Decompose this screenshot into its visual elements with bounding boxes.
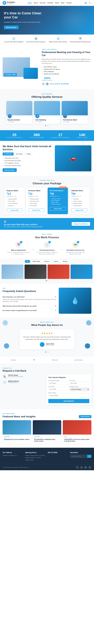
testimonial-dot-3[interactable] (48, 352, 49, 352)
dot-2[interactable] (47, 126, 48, 126)
service-card-3[interactable]: 🚘 Full Services Wash 8+ available (62, 101, 88, 124)
stat-awards-num: 17 (51, 133, 69, 137)
testimonials-headline: What People Say About Us (3, 324, 91, 326)
newsletter-submit[interactable]: Go (87, 455, 91, 458)
pkg-btn-2[interactable]: Choose Plan (28, 208, 44, 212)
nav-about[interactable]: About (34, 2, 38, 4)
nav-services[interactable]: Services (40, 2, 46, 4)
search-icon[interactable]: 🔍 (88, 2, 91, 4)
pkg-btn-4[interactable]: Choose Plan (71, 208, 87, 212)
packages-section-label: CHOOSE YOUR PLAN (3, 180, 91, 181)
nav-shop[interactable]: Shop (61, 2, 64, 4)
why-feature-1: ✓Dedicated to Extra Care (3, 157, 52, 159)
phone-input[interactable] (48, 388, 68, 391)
nav-contact[interactable]: Contact (66, 2, 71, 4)
package-field: Package Service Choose Package Express W… (69, 386, 89, 391)
pkg-btn-1[interactable]: Choose Plan (7, 208, 23, 212)
gallery-dot-1[interactable] (46, 280, 47, 281)
callback-call: 📞 Call For Quote 456-809-8456 456-809-84… (3, 374, 44, 378)
social-pinterest[interactable]: p (88, 466, 91, 469)
service-card-2[interactable]: ✨ Auto Detailing 12+ available (34, 101, 60, 124)
news-card-1[interactable]: CAR CARE October 28, 2019 Preparing your… (3, 420, 31, 444)
why-tab-mission[interactable]: Our Mission (3, 152, 14, 156)
name-label: Your Name Required (48, 380, 68, 381)
nav-home[interactable]: Home (28, 2, 32, 4)
hero-image (57, 7, 91, 33)
service-card-1[interactable]: 🚗 Express Exterior 15+ available (6, 101, 32, 124)
feature-booking: 📅 Vehicle Appointment Booking system (69, 36, 91, 42)
callback-section-label: CONTACT US (3, 368, 91, 369)
partner-1: Aliax (11, 359, 16, 361)
gallery-tab-all[interactable]: All (25, 260, 30, 263)
faq-question-3[interactable]: Do I need to make an appointment for a c… (3, 310, 56, 311)
news-title-2: The Importance of Washing Under vehicle … (34, 438, 60, 442)
testimonial-dot-1[interactable] (45, 352, 46, 352)
about-headline: Professional Washing and Cleaning of You… (42, 51, 91, 57)
gallery-tab-waxing[interactable]: Waxing (61, 260, 69, 263)
faq-question-1[interactable]: How long does a car wash take? ▾ (3, 296, 56, 298)
testimonial-dot-2[interactable] (47, 352, 48, 352)
gallery-tab-exterior[interactable]: Exterior (43, 260, 51, 263)
news-grid: CAR CARE October 28, 2019 Preparing your… (3, 420, 91, 444)
faq-image: 💧 (59, 288, 91, 314)
faq-question-2[interactable]: What services will we offer through the … (3, 305, 56, 307)
step-connector-2: → (60, 242, 62, 255)
callback-headline: Request a Call Back (3, 370, 91, 372)
number-input[interactable] (48, 394, 89, 397)
user-icon[interactable]: 👤 (84, 2, 87, 4)
service-icon-1: 🚗 (8, 114, 12, 118)
testimonial-dots (3, 352, 91, 352)
service-body-2: ✨ Auto Detailing 12+ available (34, 115, 60, 124)
dot-3[interactable] (48, 126, 49, 126)
process-section: HOW IT WORKS Our Work Process 📅 1 Make a… (0, 230, 94, 259)
pkg-f4-1: ✓Full Detail+ (71, 198, 87, 200)
feature-protection-label: Nano Protect Protection programs (26, 41, 45, 42)
news-card-2[interactable]: CAR CARE October 28, 2019 The Importance… (33, 420, 61, 444)
why-cta-button[interactable]: Discover More (3, 168, 17, 172)
services-headline: Offering Quality Services (3, 96, 91, 98)
package-select[interactable]: Choose Package Express Wash Premium Wash… (69, 388, 89, 391)
view-all-button[interactable]: View All Posts (79, 415, 91, 418)
gallery-section: All Wash Detail Exterior Interior Waxing (0, 259, 94, 284)
footer-address-col: Our Address Temecula, CA 93568 U.S.A. (3, 452, 23, 462)
gallery-tab-wash[interactable]: Wash Detail (31, 260, 42, 263)
step-title-2: Get Amazing Services (35, 249, 59, 251)
why-feature-3: ✓24/7 Available to Service (3, 162, 52, 164)
about-satisfaction: 100% Satisfaction Guarantee (42, 77, 91, 81)
gallery-tab-interior[interactable]: Interior (52, 260, 60, 263)
gallery-item-2[interactable] (25, 264, 46, 279)
nav-portfolio[interactable]: Portfolio (47, 2, 53, 4)
gallery-item-3[interactable] (48, 264, 69, 279)
header-icons: 👤 🔍 (84, 2, 91, 4)
feature-protection: ♻️ Nano Protect Protection programs (25, 36, 47, 42)
gallery-item-4[interactable] (70, 264, 92, 279)
social-facebook[interactable]: f (76, 466, 79, 469)
gallery-item-1[interactable] (2, 264, 24, 279)
news-body-1: CAR CARE October 28, 2019 Preparing your… (3, 434, 31, 442)
service-desc-2: 12+ available (35, 121, 59, 122)
newsletter-input[interactable] (70, 455, 87, 458)
form-submit-button[interactable]: Send Request (48, 399, 89, 403)
email-input[interactable] (69, 382, 89, 385)
number-field: Phone Number (48, 392, 89, 397)
social-twitter[interactable]: t (80, 466, 83, 469)
stars-icon: ★★★★★ (22, 332, 72, 335)
machines-icon: 💧 (56, 36, 60, 40)
name-input[interactable] (48, 382, 68, 385)
news-card-3[interactable]: TIPS October 28, 2019 Tough Stains in Yo… (63, 420, 91, 444)
cta-callback-button[interactable]: Request a Call Back (72, 222, 90, 226)
logo[interactable]: Ecologize Car Wash (3, 1, 15, 5)
why-tab-vision[interactable]: Our Vision (14, 152, 24, 156)
gallery-dot-2[interactable] (47, 280, 48, 281)
phone-field: Your Phone (48, 386, 68, 391)
hero-cta-button[interactable]: Discover More (4, 26, 19, 29)
stat-awards-label: Awards & Recognitions (51, 137, 69, 138)
social-linkedin[interactable]: in (84, 466, 87, 469)
why-tab-values[interactable]: Values (25, 152, 33, 156)
nav-news[interactable]: News (55, 2, 59, 4)
dot-1[interactable] (45, 126, 46, 126)
pkg-btn-3[interactable]: Choose Plan (50, 207, 66, 210)
avatar-1 (42, 82, 45, 86)
info-icon: ℹ️ (4, 220, 42, 223)
cta-headline: Do you need help with your vehicle? (4, 223, 42, 226)
